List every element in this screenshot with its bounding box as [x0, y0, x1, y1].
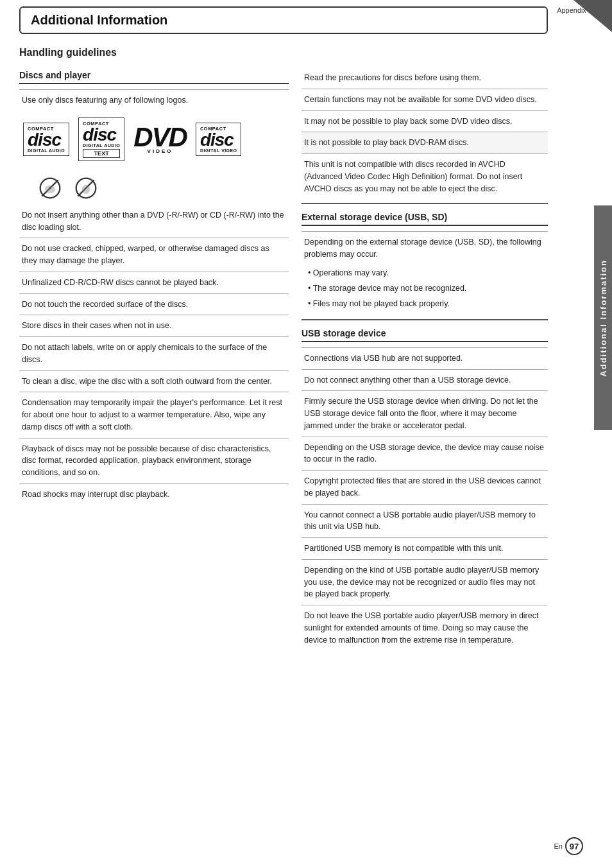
main-section-title: Handling guidelines — [19, 47, 567, 58]
side-tab-text: Additional Information — [599, 259, 608, 377]
rrow-playback-dvd: It may not be possible to play back some… — [302, 110, 548, 132]
cd-digital-audio-logo: COMPACT disc DIGITAL AUDIO — [23, 123, 69, 156]
disc-intro-text: Use only discs featuring any of followin… — [22, 96, 188, 105]
row-playback: Playback of discs may not be possible be… — [19, 438, 289, 483]
rrow-avchd: This unit is not compatible with discs r… — [302, 153, 548, 199]
right-column: Read the precautions for discs before us… — [302, 67, 548, 658]
usb-partitioned-row: Partitioned USB memory is not compatible… — [302, 537, 548, 559]
left-column: Discs and player Use only discs featurin… — [19, 67, 289, 658]
usb-storage-section: USB storage device Connections via USB h… — [302, 319, 548, 651]
es-operations-item: Operations may vary. — [308, 265, 548, 281]
usb-secure-row: Firmly secure the USB storage device whe… — [302, 390, 548, 436]
page-header: Additional Information — [19, 6, 548, 34]
usb-copyright-row: Copyright protected files that are store… — [302, 470, 548, 504]
row-store: Store discs in their cases when not in u… — [19, 315, 289, 336]
row-clean: To clean a disc, wipe the disc with a so… — [19, 370, 289, 392]
row-dvd-cd: Do not insert anything other than a DVD … — [19, 205, 289, 238]
appendix-label: Appendix — [557, 6, 586, 14]
corner-decoration — [574, 0, 612, 32]
row-cracked: Do not use cracked, chipped, warped, or … — [19, 238, 289, 272]
disc-intro-row: Use only discs featuring any of followin… — [19, 89, 289, 111]
dvd-video-logo: DVD VIDEO — [133, 124, 187, 154]
left-info-rows: Do not insert anything other than a DVD … — [19, 205, 289, 505]
en-label: En — [554, 842, 563, 850]
page-number: 97 — [565, 837, 583, 855]
svg-point-7 — [82, 185, 90, 194]
external-storage-list: Operations may vary. The storage device … — [302, 265, 548, 311]
usb-noise-row: Depending on the USB storage device, the… — [302, 437, 548, 471]
row-condensation: Condensation may temporarily impair the … — [19, 392, 289, 437]
usb-hub-row: Connections via USB hub are not supporte… — [302, 347, 548, 369]
usb-portable-row: You cannot connect a USB portable audio … — [302, 504, 548, 538]
es-not-recognized-item: The storage device may not be recognized… — [308, 281, 548, 296]
discs-player-title: Discs and player — [19, 70, 289, 84]
svg-marker-0 — [574, 0, 612, 32]
no-disc-area — [19, 171, 289, 205]
row-road: Road shocks may interrupt disc playback. — [19, 483, 289, 505]
rrow-dvd-ram: It is not possible to play back DVD-RAM … — [302, 132, 548, 153]
page-number-area: En 97 — [554, 837, 583, 855]
usb-only-row: Do not connect anything other than a USB… — [302, 369, 548, 391]
side-tab: Additional Information — [594, 205, 612, 430]
rrow-precautions: Read the precautions for discs before us… — [302, 67, 548, 89]
no-disc-symbol-2 — [74, 177, 98, 200]
row-unfinalized: Unfinalized CD-R/CD-RW discs cannot be p… — [19, 272, 289, 293]
es-intro-row: Depending on the external storage device… — [302, 231, 548, 265]
disc-logos-area: COMPACT disc DIGITAL AUDIO COMPACT disc … — [19, 111, 289, 171]
external-storage-title: External storage device (USB, SD) — [302, 212, 548, 226]
cd-digital-audio-text-logo: COMPACT disc DIGITAL AUDIO TEXT — [78, 117, 124, 161]
rrow-functions: Certain functions may not be available f… — [302, 89, 548, 110]
usb-sunlight-row: Do not leave the USB portable audio play… — [302, 605, 548, 650]
right-top-rows: Read the precautions for discs before us… — [302, 67, 548, 199]
row-labels: Do not attach labels, write on or apply … — [19, 336, 289, 370]
row-touch: Do not touch the recorded surface of the… — [19, 293, 289, 315]
cd-digital-video-logo: COMPACT disc DIGITAL VIDEO — [196, 123, 242, 156]
es-files-item: Files may not be played back properly. — [308, 296, 548, 311]
usb-depending-row: Depending on the kind of USB portable au… — [302, 559, 548, 605]
svg-point-4 — [49, 187, 51, 189]
page-title: Additional Information — [31, 13, 536, 28]
external-storage-section: External storage device (USB, SD) Depend… — [302, 203, 548, 311]
no-disc-symbol-1 — [38, 177, 62, 200]
usb-storage-title: USB storage device — [302, 328, 548, 342]
